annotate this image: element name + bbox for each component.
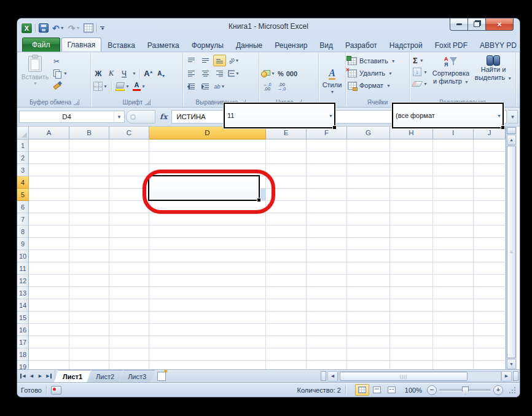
prev-sheet-button[interactable]: ◀ [28, 372, 36, 380]
cell-G10[interactable] [347, 250, 390, 262]
zoom-slider[interactable] [439, 389, 491, 391]
ribbon-tab-add-ins[interactable]: Надстрой [383, 38, 429, 52]
cell-E17[interactable] [266, 336, 307, 348]
cell-C7[interactable] [109, 213, 149, 226]
cell-H15[interactable] [390, 312, 433, 324]
scroll-left-icon[interactable]: ◀ [327, 371, 338, 382]
cell-A10[interactable] [29, 250, 69, 262]
ribbon-tab-home[interactable]: Главная [61, 37, 102, 52]
cell-H11[interactable] [390, 262, 433, 275]
format-cells-button[interactable]: Формат▼ [348, 80, 407, 90]
formula-bar-expand-icon[interactable]: ▼ [508, 110, 518, 124]
column-header-F[interactable]: F [307, 127, 347, 139]
scroll-down-icon[interactable]: ▼ [507, 359, 516, 369]
align-left-button[interactable] [185, 68, 198, 79]
cell-D1[interactable] [149, 139, 266, 152]
cell-A5[interactable] [29, 189, 69, 201]
row-header-16[interactable]: 16 [17, 324, 29, 336]
cell-A3[interactable] [29, 164, 69, 176]
orientation-button[interactable]: ab▼ [227, 55, 240, 66]
underline-button[interactable]: Ч [119, 68, 130, 79]
scroll-up-icon[interactable]: ▲ [507, 135, 516, 145]
sheet-tab-sheet2[interactable]: Лист2 [87, 370, 123, 382]
cell-D8[interactable] [149, 226, 266, 238]
align-bottom-button[interactable] [213, 55, 226, 66]
cell-G3[interactable] [347, 164, 390, 176]
cell-H10[interactable] [390, 250, 433, 262]
cell-F11[interactable] [307, 262, 347, 275]
cell-A16[interactable] [29, 324, 69, 336]
scroll-right-icon[interactable]: ▶ [501, 371, 512, 382]
fill-color-button[interactable]: ▼ [115, 81, 130, 92]
zoom-slider-thumb[interactable] [462, 387, 469, 394]
insert-cells-button[interactable]: Вставить▼ [348, 56, 407, 66]
customize-qat-button[interactable]: ▼ [100, 23, 105, 34]
cell-J15[interactable] [474, 312, 506, 324]
cell-J14[interactable] [474, 299, 506, 312]
cell-J2[interactable] [474, 152, 506, 164]
ribbon-tab-foxit-pdf[interactable]: Foxit PDF [429, 38, 474, 52]
close-button[interactable]: × [485, 18, 514, 31]
normal-view-button[interactable] [355, 384, 369, 396]
next-sheet-button[interactable]: ▶ [36, 372, 44, 380]
cell-G19[interactable] [347, 361, 390, 369]
cell-F16[interactable] [307, 324, 347, 336]
zoom-in-button[interactable]: + [493, 385, 503, 395]
cell-F19[interactable] [307, 361, 347, 369]
vertical-scrollbar[interactable]: ▲ ≡ ▼ [506, 127, 517, 369]
cell-B17[interactable] [69, 336, 109, 348]
chevron-down-icon[interactable]: ▼ [114, 111, 124, 122]
cell-C18[interactable] [109, 348, 149, 361]
row-header-6[interactable]: 6 [17, 201, 29, 213]
cell-I17[interactable] [433, 336, 474, 348]
cell-C17[interactable] [109, 336, 149, 348]
cell-C2[interactable] [109, 152, 149, 164]
cell-I5[interactable] [433, 189, 474, 201]
cell-I12[interactable] [433, 275, 474, 287]
cell-B15[interactable] [69, 312, 109, 324]
styles-button[interactable]: А Стили ▼ [321, 54, 343, 107]
page-break-view-button[interactable] [385, 384, 399, 396]
row-header-17[interactable]: 17 [17, 336, 29, 348]
cell-B11[interactable] [69, 262, 109, 275]
cell-A1[interactable] [29, 139, 69, 152]
cell-J9[interactable] [474, 238, 506, 250]
macro-record-icon[interactable] [51, 386, 61, 394]
cell-G14[interactable] [347, 299, 390, 312]
cell-A12[interactable] [29, 275, 69, 287]
cell-I9[interactable] [433, 238, 474, 250]
cell-D10[interactable] [149, 250, 266, 262]
cell-I19[interactable] [433, 361, 474, 369]
cell-J13[interactable] [474, 287, 506, 299]
chevron-down-icon[interactable]: ▼ [132, 71, 136, 76]
column-header-J[interactable]: J [474, 127, 506, 139]
cell-J12[interactable] [474, 275, 506, 287]
delete-cells-button[interactable]: Удалить▼ [348, 68, 407, 78]
cell-E4[interactable] [266, 176, 307, 189]
thousands-format-button[interactable]: 000 [286, 70, 297, 77]
cell-G18[interactable] [347, 348, 390, 361]
horizontal-scrollbar[interactable]: ◀ |||| ▶ [327, 370, 512, 382]
cell-H19[interactable] [390, 361, 433, 369]
cell-G1[interactable] [347, 139, 390, 152]
page-layout-view-button[interactable] [370, 384, 384, 396]
merge-center-button[interactable]: ▼ [227, 68, 240, 79]
row-header-1[interactable]: 1 [17, 139, 29, 152]
cell-D12[interactable] [149, 275, 266, 287]
cell-E8[interactable] [266, 226, 307, 238]
sheet-tab-sheet3[interactable]: Лист3 [119, 370, 155, 382]
cell-F4[interactable] [307, 176, 347, 189]
cell-F8[interactable] [307, 226, 347, 238]
row-header-4[interactable]: 4 [17, 176, 29, 189]
cell-E6[interactable] [266, 201, 307, 213]
cell-I3[interactable] [433, 164, 474, 176]
minimize-button[interactable] [450, 18, 468, 31]
cell-A11[interactable] [29, 262, 69, 275]
ribbon-tab-review[interactable]: Рецензир [268, 38, 313, 52]
save-button[interactable] [38, 23, 49, 34]
cell-D9[interactable] [149, 238, 266, 250]
cell-G11[interactable] [347, 262, 390, 275]
row-header-15[interactable]: 15 [17, 312, 29, 324]
ribbon-tab-formulas[interactable]: Формулы [186, 38, 230, 52]
name-box[interactable]: D4 ▼ [19, 111, 125, 123]
